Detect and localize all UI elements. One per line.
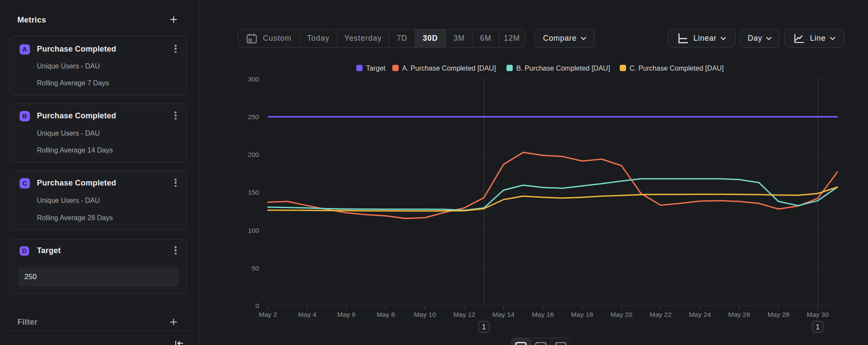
svg-text:May 8: May 8 [377,311,395,318]
svg-text:May 12: May 12 [453,311,475,318]
svg-text:May 26: May 26 [728,311,750,318]
svg-text:A. Purchase Completed [DAU]: A. Purchase Completed [DAU] [402,65,496,72]
svg-text:May 2: May 2 [259,311,277,318]
svg-text:May 16: May 16 [532,311,554,318]
svg-text:50: 50 [252,264,260,272]
svg-text:May 22: May 22 [650,311,672,318]
svg-text:200: 200 [248,151,259,158]
svg-text:May 18: May 18 [571,311,593,318]
svg-text:May 10: May 10 [414,311,436,318]
svg-text:May 4: May 4 [298,311,317,318]
svg-text:May 28: May 28 [767,311,789,318]
svg-text:May 14: May 14 [493,311,515,318]
svg-text:C. Purchase Completed [DAU]: C. Purchase Completed [DAU] [630,65,724,72]
svg-text:250: 250 [248,113,259,120]
svg-text:150: 150 [248,189,259,196]
svg-text:Target: Target [366,65,386,72]
svg-text:May 30: May 30 [807,311,829,318]
svg-text:100: 100 [248,227,259,234]
svg-text:May 20: May 20 [610,311,632,318]
svg-text:300: 300 [248,75,259,83]
svg-text:May 24: May 24 [689,311,711,318]
svg-text:May 6: May 6 [337,311,355,318]
svg-text:1: 1 [816,323,820,331]
svg-text:B. Purchase Completed [DAU]: B. Purchase Completed [DAU] [516,65,610,72]
svg-text:0: 0 [255,302,259,309]
svg-text:1: 1 [482,323,486,331]
